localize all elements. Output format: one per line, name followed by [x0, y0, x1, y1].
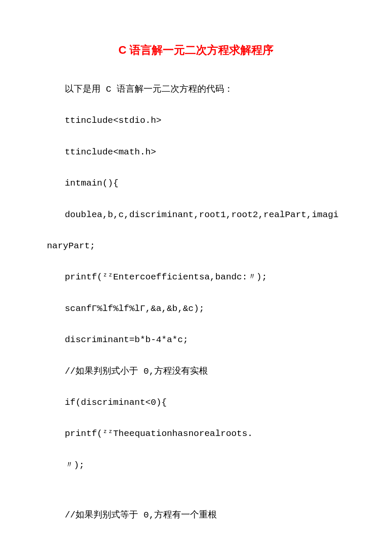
code-line: discriminant=b*b-4*a*c; [47, 334, 345, 346]
code-line: printf(ᶻᶻEntercoefficientsa,bandc:〃); [47, 271, 345, 283]
code-line: if(discriminant<0){ [47, 396, 345, 409]
intro-line: 以下是用 C 语言解一元二次方程的代码： [47, 83, 345, 96]
code-line: doublea,b,c,discriminant,root1,root2,rea… [47, 209, 345, 221]
code-line: //如果判别式等于 0,方程有一个重根 [47, 509, 345, 521]
code-line: scanfΓ%lf%lf%lΓ,&a,&b,&c); [47, 302, 345, 315]
code-line: naryPart; [47, 240, 345, 252]
code-line: //如果判别式小于 0,方程没有实根 [47, 365, 345, 378]
code-line: printf(ᶻᶻTheequationhasnorealroots. [47, 427, 345, 440]
code-line: intmain(){ [47, 177, 345, 189]
code-line: 〃); [47, 459, 345, 471]
code-line: ttinclude<stdio.h> [47, 114, 345, 127]
document-title: C 语言解一元二次方程求解程序 [47, 43, 345, 58]
code-line: ttinclude<math.h> [47, 146, 345, 158]
